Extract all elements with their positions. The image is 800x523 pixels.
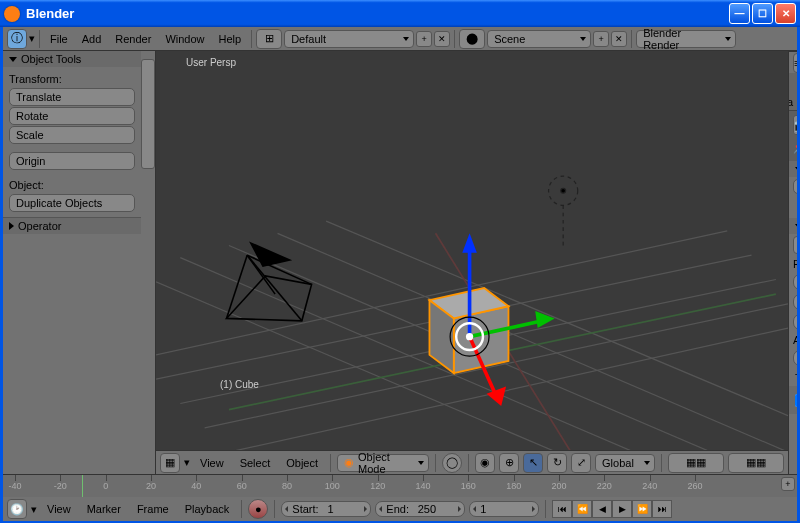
shading-mode-dropdown[interactable]: ◯ bbox=[442, 453, 462, 473]
aspect-label: Aspe bbox=[793, 334, 797, 346]
manipulator-rotate-icon[interactable]: ↻ bbox=[547, 453, 567, 473]
scene-dropdown[interactable]: Scene bbox=[487, 30, 591, 48]
blender-app-icon bbox=[4, 6, 20, 22]
origin-button[interactable]: Origin bbox=[9, 152, 135, 170]
svg-line-6 bbox=[278, 233, 788, 450]
3dview-menu-object[interactable]: Object bbox=[280, 455, 324, 471]
add-scene-button[interactable]: + bbox=[593, 31, 609, 47]
pivot-point-dropdown[interactable]: ◉ bbox=[475, 453, 495, 473]
menu-collapse-icon[interactable]: ▾ bbox=[31, 503, 37, 516]
current-frame-field[interactable]: 1 bbox=[469, 501, 539, 517]
menu-collapse-icon[interactable]: ▾ bbox=[29, 32, 35, 45]
window-close-button[interactable]: ✕ bbox=[775, 3, 796, 24]
display-label: Displ bbox=[793, 198, 797, 216]
play-reverse-button[interactable]: ◀ bbox=[592, 500, 612, 518]
operator-panel-header[interactable]: Operator bbox=[3, 217, 141, 234]
svg-marker-23 bbox=[462, 233, 477, 252]
timeline-playhead[interactable] bbox=[82, 475, 83, 497]
aspect-field[interactable]: 1 bbox=[793, 350, 797, 366]
menu-file[interactable]: File bbox=[44, 31, 74, 47]
remove-layout-button[interactable]: ✕ bbox=[434, 31, 450, 47]
3dview-editor-type-icon[interactable]: ▦ bbox=[160, 453, 180, 473]
scale-button[interactable]: Scale bbox=[9, 126, 135, 144]
menu-window[interactable]: Window bbox=[159, 31, 210, 47]
svg-line-12 bbox=[226, 255, 247, 318]
3d-viewport[interactable]: User Persp bbox=[156, 51, 788, 450]
menu-collapse-icon[interactable]: ▾ bbox=[184, 456, 190, 469]
jump-start-button[interactable]: ⏮ bbox=[552, 500, 572, 518]
timeline-tick-label: 160 bbox=[461, 481, 476, 491]
camera-object bbox=[226, 243, 311, 321]
timeline-tick-label: 140 bbox=[415, 481, 430, 491]
start-frame-field[interactable]: Start: 1 bbox=[281, 501, 371, 517]
layers-button-group[interactable]: ▦▦ bbox=[668, 453, 724, 473]
mode-dropdown[interactable]: ◉Object Mode bbox=[337, 454, 429, 472]
info-header: ⓘ ▾ File Add Render Window Help ⊞ Defaul… bbox=[3, 27, 797, 51]
dimensions-panel-header[interactable]: Dimension bbox=[789, 218, 797, 234]
timeline-menu-frame[interactable]: Frame bbox=[131, 501, 175, 517]
pin-icon[interactable]: 📌 bbox=[793, 141, 797, 159]
add-layout-button[interactable]: + bbox=[416, 31, 432, 47]
toolshelf-scrollbar[interactable] bbox=[141, 51, 155, 474]
menu-add[interactable]: Add bbox=[76, 31, 108, 47]
render-preset-dropdown[interactable]: Re bbox=[793, 236, 797, 254]
viewport-grid: z y x bbox=[156, 51, 788, 450]
layers-button-group-2[interactable]: ▦▦ bbox=[728, 453, 784, 473]
menu-render[interactable]: Render bbox=[109, 31, 157, 47]
reso-y-field[interactable]: 1 bbox=[793, 294, 797, 310]
tab-render-icon[interactable]: 📷 bbox=[793, 115, 797, 135]
remove-scene-button[interactable]: ✕ bbox=[611, 31, 627, 47]
playback-controls: ⏮ ⏪ ◀ ▶ ⏩ ⏭ bbox=[552, 500, 672, 518]
window-title: Blender bbox=[26, 6, 729, 21]
timeline-tick-label: 260 bbox=[687, 481, 702, 491]
menu-help[interactable]: Help bbox=[213, 31, 248, 47]
reso-pct-field[interactable]: 5 bbox=[793, 314, 797, 330]
3dview-menu-select[interactable]: Select bbox=[234, 455, 277, 471]
manipulator-translate-icon[interactable]: ↖ bbox=[523, 453, 543, 473]
properties-editor-type-icon[interactable]: ≡ bbox=[793, 53, 797, 73]
timeline-menu-playback[interactable]: Playback bbox=[179, 501, 236, 517]
translate-button[interactable]: Translate bbox=[9, 88, 135, 106]
scene-icon[interactable]: ⬤ bbox=[459, 29, 485, 49]
timeline-menu-view[interactable]: View bbox=[41, 501, 77, 517]
next-keyframe-button[interactable]: ⏩ bbox=[632, 500, 652, 518]
render-engine-dropdown[interactable]: Blender Render bbox=[636, 30, 736, 48]
orientation-dropdown[interactable]: Global bbox=[595, 454, 655, 472]
render-panel-header[interactable]: Render bbox=[789, 161, 797, 177]
editor-type-icon[interactable]: ⓘ bbox=[7, 29, 27, 49]
window-titlebar: Blender — ☐ ✕ bbox=[0, 0, 800, 27]
end-frame-field[interactable]: End: 250 bbox=[375, 501, 465, 517]
reso-x-field[interactable]: 1 bbox=[793, 274, 797, 290]
timeline-tick-label: -20 bbox=[54, 481, 67, 491]
screen-layout-icon[interactable]: ⊞ bbox=[256, 29, 282, 49]
jump-end-button[interactable]: ⏭ bbox=[652, 500, 672, 518]
manipulator-scale-icon[interactable]: ⤢ bbox=[571, 453, 591, 473]
svg-marker-15 bbox=[251, 243, 290, 266]
play-button[interactable]: ▶ bbox=[612, 500, 632, 518]
timeline-tick-label: 120 bbox=[370, 481, 385, 491]
properties-panel: ≡ ▾ View era 📷 🖼 ⬤ 📌 Scen Render 📷 🎞 ▷ D… bbox=[788, 51, 797, 474]
timeline-ruler[interactable]: -40-200204060801001201401601802002202402… bbox=[3, 475, 797, 497]
timeline-tick-label: -40 bbox=[8, 481, 21, 491]
prev-keyframe-button[interactable]: ⏪ bbox=[572, 500, 592, 518]
manipulator-toggle[interactable]: ⊕ bbox=[499, 453, 519, 473]
window-maximize-button[interactable]: ☐ bbox=[752, 3, 773, 24]
3dview-menu-view[interactable]: View bbox=[194, 455, 230, 471]
svg-point-29 bbox=[466, 333, 473, 340]
object-tools-panel-header[interactable]: Object Tools bbox=[3, 51, 141, 67]
window-minimize-button[interactable]: — bbox=[729, 3, 750, 24]
render-image-button[interactable]: 📷 bbox=[793, 179, 797, 194]
era-label: era bbox=[788, 96, 793, 108]
antialias-panel-header[interactable]: Anti-Ali bbox=[789, 386, 797, 414]
rotate-button[interactable]: Rotate bbox=[9, 107, 135, 125]
antialias-checkbox[interactable] bbox=[795, 394, 797, 407]
timeline-tick-label: 20 bbox=[146, 481, 156, 491]
timeline-tick-label: 220 bbox=[597, 481, 612, 491]
screen-layout-dropdown[interactable]: Default bbox=[284, 30, 414, 48]
timeline-menu-marker[interactable]: Marker bbox=[81, 501, 127, 517]
duplicate-objects-button[interactable]: Duplicate Objects bbox=[9, 194, 135, 212]
timeline-editor-type-icon[interactable]: 🕑 bbox=[7, 499, 27, 519]
timeline-expand-icon[interactable]: + bbox=[781, 477, 795, 491]
autokey-button[interactable]: ● bbox=[248, 499, 268, 519]
timeline-editor: -40-200204060801001201401601802002202402… bbox=[3, 474, 797, 520]
